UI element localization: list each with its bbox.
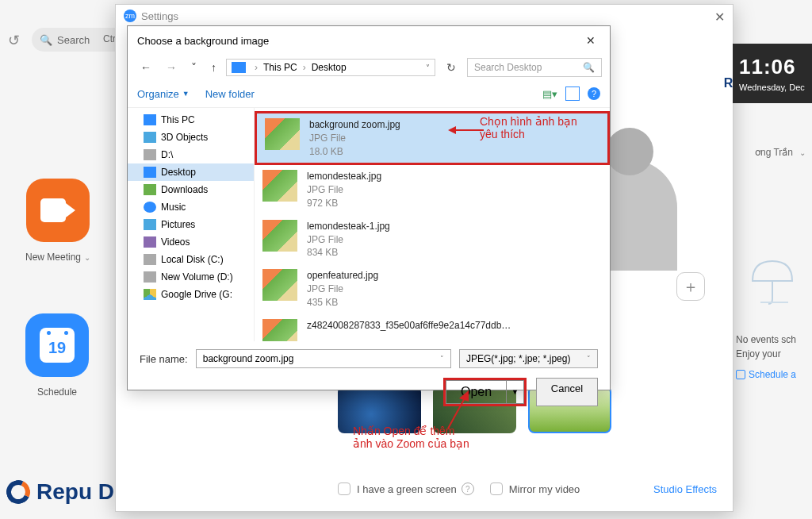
sidebar-item[interactable]: Videos	[128, 233, 254, 251]
folder-tree-icon	[144, 132, 156, 143]
file-thumbnail	[265, 118, 300, 150]
file-name: lemondesteak-1.jpg	[307, 220, 390, 233]
folder-tree-icon	[144, 184, 156, 195]
folder-tree[interactable]: This PC3D ObjectsD:\DesktopDownloadsMusi…	[128, 108, 255, 341]
nav-back-button[interactable]: ←	[136, 58, 156, 77]
clock-widget: 11:06 Wednesday, Dec	[733, 44, 812, 103]
file-size: 435 KB	[307, 296, 378, 309]
filename-input[interactable]: background zoom.jpg ˅	[196, 349, 451, 368]
path-breadcrumb[interactable]: › This PC › Desktop ˅	[226, 59, 435, 76]
folder-tree-icon	[144, 114, 156, 125]
path-dropdown-icon[interactable]: ˅	[426, 63, 430, 72]
folder-tree-icon	[144, 289, 156, 300]
file-list[interactable]: background zoom.jpg JPG File 18.0 KB lem…	[255, 108, 610, 341]
calendar-icon: 19	[40, 328, 75, 363]
file-type: JPG File	[307, 233, 390, 247]
open-dropdown-icon[interactable]: ▼	[507, 381, 523, 403]
file-open-dialog: Choose a background image ✕ ← → ˅ ↑ › Th…	[127, 25, 611, 390]
preview-pane-button[interactable]	[565, 86, 580, 101]
green-screen-label: I have a green screen	[357, 483, 457, 495]
file-row[interactable]: lemondesteak.jpg JPG File 972 KB	[255, 165, 610, 214]
folder-tree-icon	[144, 219, 156, 230]
sidebar-item[interactable]: New Volume (D:)	[128, 268, 254, 286]
file-type: JPG File	[309, 132, 400, 145]
svg-line-3	[448, 397, 465, 429]
file-thumbnail	[262, 170, 297, 202]
video-icon	[40, 198, 75, 222]
sidebar-item[interactable]: D:\	[128, 146, 254, 163]
sidebar-item[interactable]: Google Drive (G:	[128, 286, 254, 303]
annotation-arrow-2	[440, 389, 472, 429]
refresh-button[interactable]: ↻	[440, 58, 462, 77]
file-row[interactable]: z4824008287833_f35e00af6ffe9e2a14c77ddb3…	[255, 314, 610, 341]
folder-tree-icon	[144, 202, 156, 213]
organize-dropdown[interactable]: Organize▼	[137, 88, 190, 100]
search-label: Search	[57, 34, 90, 46]
green-screen-checkbox[interactable]	[338, 482, 350, 495]
file-type: JPG File	[307, 283, 378, 296]
svg-marker-4	[459, 390, 469, 402]
sidebar-item[interactable]: Desktop	[128, 163, 254, 181]
mirror-checkbox[interactable]	[490, 482, 503, 495]
file-filter-dropdown[interactable]: JPEG(*.jpg; *.jpe; *.jpeg) ˅	[459, 349, 598, 368]
help-button[interactable]: ?	[588, 87, 600, 100]
sidebar-item[interactable]: Music	[128, 198, 254, 216]
schedule-link[interactable]: Schedule a	[733, 369, 812, 380]
svg-marker-2	[448, 126, 456, 134]
file-size: 972 KB	[307, 197, 381, 210]
folder-search-input[interactable]: Search Desktop 🔍	[467, 58, 602, 77]
help-icon[interactable]: ?	[462, 482, 474, 495]
folder-tree-icon	[144, 236, 156, 248]
file-name: openfeatured.jpg	[307, 269, 378, 283]
file-size: 834 KB	[307, 246, 390, 260]
file-size: 18.0 KB	[309, 145, 400, 159]
settings-title: Settings	[141, 10, 178, 22]
file-row[interactable]: openfeatured.jpg JPG File 435 KB	[255, 264, 610, 313]
new-folder-button[interactable]: New folder	[205, 88, 255, 100]
sidebar-item[interactable]: Pictures	[128, 216, 254, 233]
cancel-button[interactable]: Cancel	[536, 378, 598, 406]
sidebar-item[interactable]: Local Disk (C:)	[128, 251, 254, 268]
dialog-title: Choose a background image	[137, 35, 269, 47]
folder-tree-icon	[144, 149, 156, 160]
dialog-close-button[interactable]: ✕	[581, 33, 600, 48]
file-name: background zoom.jpg	[309, 118, 400, 132]
umbrella-illustration	[733, 253, 812, 309]
add-background-button[interactable]: ＋	[676, 272, 705, 301]
sidebar-item[interactable]: This PC	[128, 111, 254, 129]
file-name: z4824008287833_f35e00af6ffe9e2a14c77ddb3…	[307, 319, 513, 333]
mirror-label: Mirror my video	[509, 483, 580, 495]
chevron-down-icon[interactable]: ⌄	[84, 253, 90, 262]
folder-tree-icon	[144, 254, 156, 265]
folder-tree-icon	[144, 167, 156, 178]
annotation-arrow-1	[448, 123, 484, 137]
file-thumbnail	[262, 269, 297, 301]
studio-effects-link[interactable]: Studio Effects	[653, 483, 717, 495]
annotation-choose-image: Chọn hình ảnh bạn yêu thích	[480, 115, 577, 140]
back-icon[interactable]: ↺	[8, 32, 20, 49]
folder-tree-icon	[144, 271, 156, 283]
sidebar-item[interactable]: 3D Objects	[128, 129, 254, 146]
view-mode-icon[interactable]: ▤▾	[542, 88, 557, 100]
no-events-text: No events sch Enjoy your	[733, 333, 812, 361]
file-thumbnail	[262, 319, 297, 341]
file-name: lemondesteak.jpg	[307, 170, 381, 183]
search-icon: 🔍	[40, 34, 52, 46]
calendar-small-icon	[736, 370, 745, 379]
nav-forward-button[interactable]: →	[161, 58, 182, 77]
new-meeting-button[interactable]: New Meeting⌄	[25, 179, 90, 263]
schedule-button[interactable]: 19 Schedule	[25, 313, 89, 398]
nav-up-arrow[interactable]: ↑	[206, 58, 221, 77]
filename-label: File name:	[140, 353, 188, 365]
file-row[interactable]: lemondesteak-1.jpg JPG File 834 KB	[255, 215, 610, 264]
search-icon: 🔍	[583, 62, 595, 73]
file-thumbnail	[262, 220, 297, 252]
zoom-icon: zm	[124, 10, 136, 22]
nav-up-button[interactable]: ˅	[186, 58, 201, 77]
folder-icon	[232, 62, 246, 73]
sidebar-item[interactable]: Downloads	[128, 181, 254, 198]
settings-close-button[interactable]: ✕	[714, 10, 725, 25]
file-type: JPG File	[307, 183, 381, 197]
user-dropdown[interactable]: ơng Trần⌄	[733, 147, 812, 158]
